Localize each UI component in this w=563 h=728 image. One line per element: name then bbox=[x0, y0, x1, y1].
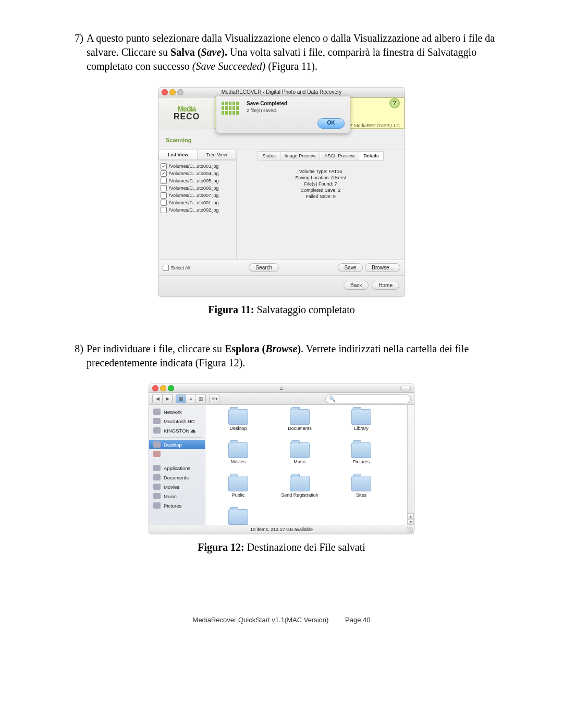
figure-12-caption-text: Destinazione dei File salvati bbox=[244, 541, 365, 553]
sidebar-item-label: Network bbox=[164, 409, 182, 415]
finder-toolbar: ◀ ▶ ▦ ≡ ▥ ✲▾ 🔍 bbox=[149, 393, 414, 405]
view-columns-button[interactable]: ▥ bbox=[196, 394, 206, 403]
tab-list-view[interactable]: List View bbox=[158, 150, 198, 160]
scrollbar[interactable]: ▴ ▾ bbox=[407, 405, 414, 525]
folder-item[interactable]: Library bbox=[331, 409, 392, 442]
tab-image-preview[interactable]: Image Preview bbox=[280, 151, 321, 161]
folder-icon bbox=[228, 509, 248, 525]
minimize-icon[interactable] bbox=[160, 385, 166, 391]
folder-item[interactable]: Send Registration bbox=[269, 476, 331, 509]
zoom-icon[interactable] bbox=[177, 89, 183, 95]
sidebar-item-label: Desktop bbox=[164, 442, 182, 448]
view-icons-button[interactable]: ▦ bbox=[176, 394, 186, 403]
step7-part-c: (Figura 11). bbox=[265, 60, 317, 72]
folder-icon bbox=[351, 409, 371, 425]
folder-label: Send Registration bbox=[281, 493, 319, 498]
close-icon[interactable] bbox=[162, 89, 168, 95]
sidebar-item[interactable]: Documents bbox=[149, 473, 205, 482]
sidebar-item[interactable]: Applications bbox=[149, 463, 205, 473]
nav-back-button[interactable]: ◀ bbox=[152, 394, 163, 403]
browse-button[interactable]: Browse... bbox=[365, 263, 400, 272]
file-checkbox[interactable] bbox=[161, 207, 167, 213]
step8-italic: Browse bbox=[265, 343, 297, 354]
file-row[interactable]: /Volumes/C...oto006.jpg bbox=[161, 184, 234, 192]
folder-item[interactable]: Documents bbox=[269, 409, 331, 442]
file-checkbox[interactable] bbox=[161, 163, 167, 169]
search-button[interactable]: Search bbox=[249, 263, 279, 272]
app-logo: MediaRECO bbox=[158, 97, 215, 129]
action-menu-button[interactable]: ✲▾ bbox=[209, 394, 219, 403]
figure-11-caption: Figura 11: Salvataggio completato bbox=[68, 304, 495, 316]
figure-11-caption-text: Salvataggio completato bbox=[254, 304, 355, 315]
ok-button[interactable]: OK bbox=[317, 118, 345, 129]
figure-11-caption-bold: Figura 11: bbox=[208, 304, 254, 315]
scroll-down-icon[interactable]: ▾ bbox=[408, 519, 414, 525]
file-checkbox[interactable] bbox=[161, 192, 167, 199]
file-checkbox[interactable] bbox=[161, 200, 167, 206]
file-row[interactable]: /Volumes/C...oto004.jpg bbox=[161, 170, 234, 177]
tab-ascii-preview[interactable]: ASCII Preview bbox=[320, 151, 359, 161]
scroll-up-icon[interactable]: ▴ bbox=[408, 513, 414, 519]
sidebar-item[interactable]: Desktop bbox=[149, 440, 205, 449]
finder-titlebar: ⌂ bbox=[149, 384, 414, 393]
back-button[interactable]: Back bbox=[344, 281, 369, 290]
help-icon[interactable]: ? bbox=[389, 98, 400, 108]
figure-12-caption-bold: Figura 12: bbox=[198, 541, 244, 553]
file-row[interactable]: /Volumes/C...oto007.jpg bbox=[161, 192, 234, 199]
folder-item[interactable]: 19Apr07_10_18_59_Recovered bbox=[207, 509, 269, 525]
folder-item[interactable]: Pictures bbox=[331, 442, 392, 476]
sidebar-item[interactable]: Pictures bbox=[149, 501, 205, 510]
sidebar-separator bbox=[152, 461, 202, 461]
sidebar-item[interactable]: Music bbox=[149, 491, 205, 501]
folder-label: Music bbox=[293, 460, 306, 465]
select-all-label: Select All bbox=[171, 265, 190, 270]
save-button[interactable]: Save bbox=[338, 263, 363, 272]
step-8-text: Per individuare i file, cliccare su Espl… bbox=[87, 342, 495, 370]
view-list-button[interactable]: ≡ bbox=[186, 394, 196, 403]
folder-item[interactable]: Public bbox=[207, 476, 269, 509]
step-8: 8) Per individuare i file, cliccare su E… bbox=[68, 342, 495, 370]
folder-item[interactable]: Music bbox=[269, 442, 331, 476]
sidebar-item[interactable]: Network bbox=[149, 407, 205, 416]
resize-grip-icon[interactable] bbox=[407, 527, 413, 533]
folder-label: Documents bbox=[288, 426, 312, 431]
sidebar-item[interactable]: Macintosh HD bbox=[149, 416, 205, 426]
tab-tree-view[interactable]: Tree View bbox=[198, 150, 236, 160]
sidebar-item-label: Macintosh HD bbox=[164, 418, 195, 424]
file-checkbox[interactable] bbox=[161, 170, 167, 177]
toolbar-toggle-icon[interactable] bbox=[400, 386, 411, 391]
file-row[interactable]: /Volumes/C...oto005.jpg bbox=[161, 177, 234, 184]
finder-window: ⌂ ◀ ▶ ▦ ≡ ▥ ✲▾ 🔍 NetworkMacintos bbox=[149, 384, 414, 534]
file-name: /Volumes/C...oto006.jpg bbox=[169, 186, 219, 191]
detail-saving-location: Saving Location: /Users/ bbox=[242, 175, 399, 180]
file-name: /Volumes/C...oto001.jpg bbox=[169, 200, 219, 205]
tab-status[interactable]: Status bbox=[258, 151, 280, 161]
file-row[interactable]: /Volumes/C...oto003.jpg bbox=[161, 163, 234, 170]
page-footer: MediaRecover QuickStart v1.1(MAC Version… bbox=[68, 616, 495, 624]
footer-page-number: Page 40 bbox=[345, 616, 370, 624]
folder-item[interactable]: Sites bbox=[331, 476, 392, 509]
sidebar-item[interactable] bbox=[149, 449, 205, 459]
folder-item[interactable]: Desktop bbox=[207, 409, 269, 442]
home-button[interactable]: Home bbox=[372, 281, 399, 290]
step-7-number: 7) bbox=[68, 31, 87, 45]
sidebar-item-label: Pictures bbox=[164, 503, 181, 509]
search-field[interactable]: 🔍 bbox=[325, 394, 411, 403]
file-row[interactable]: /Volumes/C...oto002.jpg bbox=[161, 206, 234, 214]
minimize-icon[interactable] bbox=[169, 89, 176, 95]
file-checkbox[interactable] bbox=[161, 178, 167, 184]
dialog-title: Save Completed bbox=[247, 101, 345, 106]
file-checkbox[interactable] bbox=[161, 185, 167, 191]
finder-title-icon: ⌂ bbox=[280, 385, 283, 391]
nav-forward-button[interactable]: ▶ bbox=[163, 394, 173, 403]
select-all-checkbox[interactable] bbox=[163, 265, 169, 271]
zoom-icon[interactable] bbox=[168, 385, 174, 391]
sidebar-item[interactable]: KINGSTON ⏏ bbox=[149, 426, 205, 435]
folder-item[interactable]: Movies bbox=[207, 442, 269, 476]
tab-details[interactable]: Details bbox=[359, 151, 384, 161]
close-icon[interactable] bbox=[152, 385, 158, 391]
finder-content: DesktopDocumentsLibraryMoviesMusicPictur… bbox=[205, 405, 414, 525]
sidebar-item[interactable]: Movies bbox=[149, 482, 205, 491]
file-row[interactable]: /Volumes/C...oto001.jpg bbox=[161, 199, 234, 206]
folder-label: Library bbox=[354, 426, 369, 431]
